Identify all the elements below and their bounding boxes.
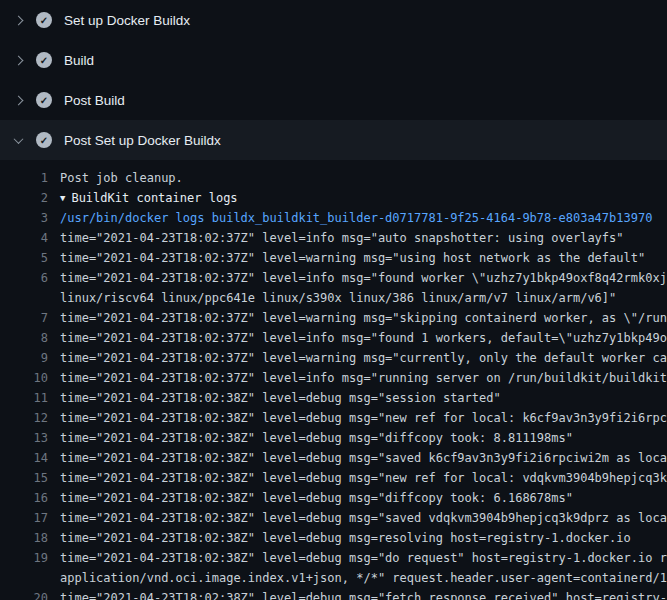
check-circle-icon: ✓ <box>36 52 52 68</box>
log-line: 19time="2021-04-23T18:02:38Z" level=debu… <box>0 548 667 568</box>
log-line: 5time="2021-04-23T18:02:37Z" level=warni… <box>0 248 667 268</box>
log-text: time="2021-04-23T18:02:37Z" level=info m… <box>60 368 667 388</box>
log-line: 8time="2021-04-23T18:02:37Z" level=info … <box>0 328 667 348</box>
log-line-number[interactable]: 16 <box>0 488 48 508</box>
log-line-number[interactable]: 10 <box>0 368 48 388</box>
log-line: 10time="2021-04-23T18:02:37Z" level=info… <box>0 368 667 388</box>
log-line: 13time="2021-04-23T18:02:38Z" level=debu… <box>0 428 667 448</box>
log-line: 16time="2021-04-23T18:02:38Z" level=debu… <box>0 488 667 508</box>
log-command-text[interactable]: /usr/bin/docker logs buildx_buildkit_bui… <box>60 208 652 228</box>
chevron-right-icon <box>12 57 24 64</box>
log-line: 11time="2021-04-23T18:02:38Z" level=debu… <box>0 388 667 408</box>
log-line: 12time="2021-04-23T18:02:38Z" level=debu… <box>0 408 667 428</box>
log-line: 1Post job cleanup. <box>0 168 667 188</box>
log-line-number[interactable]: 5 <box>0 248 48 268</box>
log-line-number[interactable]: 1 <box>0 168 48 188</box>
log-line: 18time="2021-04-23T18:02:38Z" level=debu… <box>0 528 667 548</box>
log-text: linux/riscv64 linux/ppc641e linux/s390x … <box>60 288 616 308</box>
log-line-number[interactable]: 12 <box>0 408 48 428</box>
chevron-right-icon <box>12 97 24 104</box>
log-text: time="2021-04-23T18:02:38Z" level=debug … <box>60 428 573 448</box>
log-line: 3/usr/bin/docker logs buildx_buildkit_bu… <box>0 208 667 228</box>
log-text: time="2021-04-23T18:02:38Z" level=debug … <box>60 588 667 600</box>
check-circle-icon: ✓ <box>36 92 52 108</box>
log-text: time="2021-04-23T18:02:37Z" level=warnin… <box>60 348 667 368</box>
log-line-number[interactable]: 17 <box>0 508 48 528</box>
section-label: Build <box>64 53 94 68</box>
log-line-number[interactable]: 15 <box>0 468 48 488</box>
log-line: 17time="2021-04-23T18:02:38Z" level=debu… <box>0 508 667 528</box>
log-line: 6time="2021-04-23T18:02:37Z" level=info … <box>0 268 667 288</box>
log-text: time="2021-04-23T18:02:38Z" level=debug … <box>60 448 667 468</box>
chevron-down-icon <box>12 137 24 144</box>
log-line-number[interactable]: 6 <box>0 268 48 288</box>
section-header-post-build[interactable]: ✓Post Build <box>0 80 667 120</box>
log-text: time="2021-04-23T18:02:38Z" level=debug … <box>60 468 667 488</box>
log-line: 7time="2021-04-23T18:02:37Z" level=warni… <box>0 308 667 328</box>
log-text: time="2021-04-23T18:02:38Z" level=debug … <box>60 528 631 548</box>
log-line-number[interactable]: 3 <box>0 208 48 228</box>
log-text: time="2021-04-23T18:02:38Z" level=debug … <box>60 408 667 428</box>
log-line-number <box>0 568 48 588</box>
log-line-number[interactable]: 19 <box>0 548 48 568</box>
section-header-build[interactable]: ✓Build <box>0 40 667 80</box>
log-line-number[interactable]: 14 <box>0 448 48 468</box>
check-circle-icon: ✓ <box>36 12 52 28</box>
log-line: 20time="2021-04-23T18:02:38Z" level=debu… <box>0 588 667 600</box>
log-text: time="2021-04-23T18:02:37Z" level=info m… <box>60 328 667 348</box>
actions-log-viewer: ✓Set up Docker Buildx✓Build✓Post Build✓P… <box>0 0 667 600</box>
section-label: Post Build <box>64 93 125 108</box>
log-text: time="2021-04-23T18:02:38Z" level=debug … <box>60 548 667 568</box>
log-line: 15time="2021-04-23T18:02:38Z" level=debu… <box>0 468 667 488</box>
log-line: 9time="2021-04-23T18:02:37Z" level=warni… <box>0 348 667 368</box>
group-toggle-icon[interactable]: ▼ <box>60 188 65 208</box>
log-text: BuildKit container logs <box>71 188 237 208</box>
log-line-number[interactable]: 9 <box>0 348 48 368</box>
log-text: application/vnd.oci.image.index.v1+json,… <box>60 568 667 588</box>
log-panel: 1Post job cleanup.2▼BuildKit container l… <box>0 160 667 600</box>
log-line-number[interactable]: 2 <box>0 188 48 208</box>
check-circle-icon: ✓ <box>36 132 52 148</box>
log-line-number[interactable]: 8 <box>0 328 48 348</box>
log-line-number[interactable]: 13 <box>0 428 48 448</box>
log-text: time="2021-04-23T18:02:37Z" level=warnin… <box>60 308 667 328</box>
log-line-number[interactable]: 4 <box>0 228 48 248</box>
log-text: Post job cleanup. <box>60 168 183 188</box>
log-line-number[interactable]: 11 <box>0 388 48 408</box>
log-text: time="2021-04-23T18:02:37Z" level=warnin… <box>60 248 645 268</box>
log-line: linux/riscv64 linux/ppc641e linux/s390x … <box>0 288 667 308</box>
log-line-number[interactable]: 7 <box>0 308 48 328</box>
log-text: time="2021-04-23T18:02:38Z" level=debug … <box>60 508 667 528</box>
section-label: Post Set up Docker Buildx <box>64 133 221 148</box>
log-line: application/vnd.oci.image.index.v1+json,… <box>0 568 667 588</box>
section-header-set-up-docker-buildx[interactable]: ✓Set up Docker Buildx <box>0 0 667 40</box>
log-line-number[interactable]: 18 <box>0 528 48 548</box>
log-line: 4time="2021-04-23T18:02:37Z" level=info … <box>0 228 667 248</box>
log-line-number[interactable]: 20 <box>0 588 48 600</box>
chevron-right-icon <box>12 17 24 24</box>
section-header-post-set-up-docker-buildx[interactable]: ✓Post Set up Docker Buildx <box>0 120 667 160</box>
log-line-number <box>0 288 48 308</box>
log-line: 14time="2021-04-23T18:02:38Z" level=debu… <box>0 448 667 468</box>
section-label: Set up Docker Buildx <box>64 13 190 28</box>
log-text: time="2021-04-23T18:02:38Z" level=debug … <box>60 388 501 408</box>
log-text: time="2021-04-23T18:02:38Z" level=debug … <box>60 488 573 508</box>
log-text: time="2021-04-23T18:02:37Z" level=info m… <box>60 228 624 248</box>
log-text: time="2021-04-23T18:02:37Z" level=info m… <box>60 268 667 288</box>
log-line: 2▼BuildKit container logs <box>0 188 667 208</box>
step-sections: ✓Set up Docker Buildx✓Build✓Post Build✓P… <box>0 0 667 160</box>
